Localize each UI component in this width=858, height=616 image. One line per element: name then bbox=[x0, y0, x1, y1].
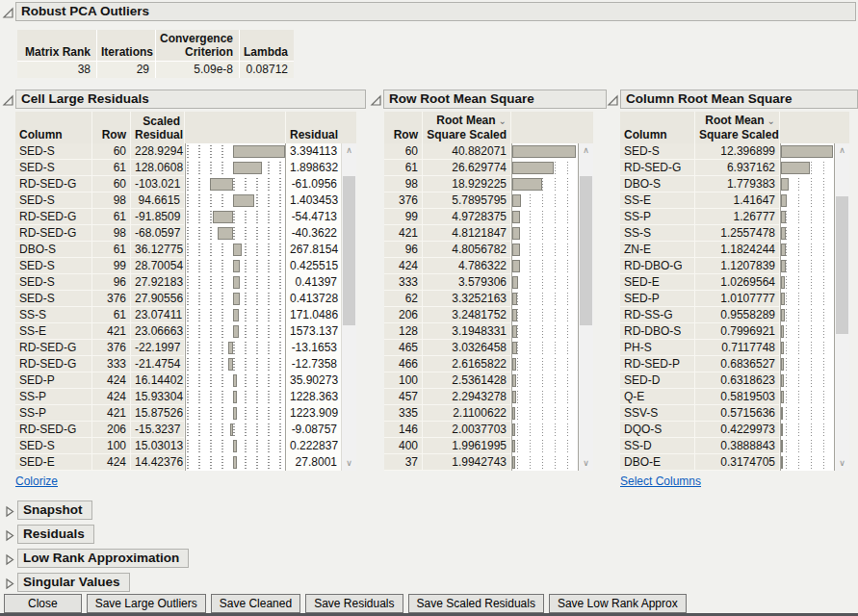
save-scaled-residuals-button[interactable]: Save Scaled Residuals bbox=[408, 594, 544, 613]
table-row[interactable]: SS-S6123.07411171.0486 bbox=[15, 307, 356, 323]
table-row[interactable]: SED-D0.6318623 bbox=[620, 372, 849, 389]
disclosure-open-icon[interactable] bbox=[370, 93, 382, 106]
table-row[interactable]: RD-SED-G6.937162 bbox=[620, 160, 849, 176]
select-columns-link[interactable]: Select Columns bbox=[620, 475, 701, 488]
scrollbar-thumb[interactable] bbox=[343, 176, 355, 325]
table-row[interactable]: SED-S60228.92943.394113 bbox=[15, 143, 356, 160]
table-row[interactable]: 3765.7895795 bbox=[384, 192, 593, 209]
scroll-down-icon[interactable]: ∨ bbox=[835, 456, 849, 471]
save-residuals-button[interactable]: Save Residuals bbox=[305, 594, 403, 613]
column-header-residual[interactable]: Residual bbox=[286, 112, 342, 143]
table-row[interactable]: RD-DBO-G1.1207839 bbox=[620, 258, 849, 274]
table-row[interactable]: SED-S10015.030130.222837 bbox=[15, 438, 356, 454]
table-row[interactable]: SS-P42415.933041228.363 bbox=[15, 389, 356, 405]
table-row[interactable]: SED-S9894.66151.403453 bbox=[15, 192, 356, 209]
panel-rowrms-title[interactable]: Row Root Mean Square bbox=[383, 90, 607, 109]
scroll-down-icon[interactable]: ∨ bbox=[342, 456, 356, 471]
section-snapshot-title[interactable]: Snapshot bbox=[17, 500, 92, 520]
save-low-rank-approx-button[interactable]: Save Low Rank Approx bbox=[549, 594, 687, 613]
save-cleaned-button[interactable]: Save Cleaned bbox=[211, 594, 300, 613]
sort-descending-icon[interactable]: ⌄ bbox=[767, 116, 775, 126]
table-row[interactable]: SS-E42123.066631573.137 bbox=[15, 323, 356, 340]
table-row[interactable]: 4572.2943278 bbox=[384, 389, 593, 405]
table-row[interactable]: RD-DBO-S0.7996921 bbox=[620, 323, 849, 340]
table-row[interactable]: 4001.9961995 bbox=[384, 438, 593, 454]
scroll-up-icon[interactable]: ∧ bbox=[342, 143, 356, 158]
table-row[interactable]: 4662.6165822 bbox=[384, 356, 593, 372]
table-row[interactable]: ZN-E1.1824244 bbox=[620, 242, 849, 258]
column-header-scaled-residual[interactable]: ScaledResidual bbox=[131, 112, 185, 143]
disclosure-closed-icon[interactable] bbox=[4, 552, 16, 565]
table-row[interactable]: 4653.0326458 bbox=[384, 340, 593, 356]
scroll-down-icon[interactable]: ∨ bbox=[579, 456, 593, 471]
table-row[interactable]: RD-SED-G376-22.1997-13.1653 bbox=[15, 340, 356, 356]
table-row[interactable]: RD-SED-G98-68.0597-40.3622 bbox=[15, 225, 356, 242]
section-singular-values-title[interactable]: Singular Values bbox=[17, 573, 130, 592]
table-row[interactable]: RD-SS-G0.9558289 bbox=[620, 307, 849, 323]
column-header-row[interactable]: Row bbox=[384, 112, 423, 143]
scrollbar-thumb[interactable] bbox=[580, 176, 592, 325]
table-row[interactable]: 964.8056782 bbox=[384, 242, 593, 258]
table-row[interactable]: RD-SED-G60-103.021-61.0956 bbox=[15, 176, 356, 192]
table-row[interactable]: DBO-S6136.12775267.8154 bbox=[15, 242, 356, 258]
table-row[interactable]: DBO-S1.779383 bbox=[620, 176, 849, 192]
table-row[interactable]: SED-S9627.921830.41397 bbox=[15, 274, 356, 291]
table-row[interactable]: SS-E1.41647 bbox=[620, 192, 849, 209]
section-residuals-title[interactable]: Residuals bbox=[17, 525, 94, 544]
table-row[interactable]: 994.9728375 bbox=[384, 209, 593, 225]
table-row[interactable]: RD-SED-P0.6836527 bbox=[620, 356, 849, 372]
table-row[interactable]: 3352.1100622 bbox=[384, 405, 593, 422]
table-row[interactable]: SED-S12.396899 bbox=[620, 143, 849, 160]
table-row[interactable]: SS-P42115.875261223.909 bbox=[15, 405, 356, 422]
vertical-scrollbar[interactable]: ∧ ∨ bbox=[342, 143, 356, 471]
table-row[interactable]: RD-SED-G61-91.8509-54.4713 bbox=[15, 209, 356, 225]
save-large-outliers-button[interactable]: Save Large Outliers bbox=[87, 594, 206, 613]
scroll-up-icon[interactable]: ∧ bbox=[835, 143, 849, 158]
table-row[interactable]: 4244.786322 bbox=[384, 258, 593, 274]
vertical-scrollbar[interactable]: ∧ ∨ bbox=[835, 143, 849, 471]
table-row[interactable]: 2063.2481752 bbox=[384, 307, 593, 323]
table-row[interactable]: SED-P42416.1440235.90273 bbox=[15, 372, 356, 389]
disclosure-open-icon[interactable] bbox=[2, 6, 14, 18]
close-button[interactable]: Close bbox=[4, 594, 82, 613]
table-row[interactable]: SED-S61128.06081.898632 bbox=[15, 160, 356, 176]
table-row[interactable]: 371.9942743 bbox=[384, 454, 593, 471]
disclosure-closed-icon[interactable] bbox=[4, 528, 16, 541]
section-low-rank-approximation-title[interactable]: Low Rank Approximation bbox=[17, 549, 189, 568]
disclosure-closed-icon[interactable] bbox=[4, 504, 16, 517]
column-header-rms-scaled[interactable]: Root Mean⌄ Square Scaled bbox=[695, 112, 780, 143]
colorize-link[interactable]: Colorize bbox=[15, 475, 58, 488]
disclosure-open-icon[interactable] bbox=[607, 93, 619, 106]
table-row[interactable]: 1002.5361428 bbox=[384, 372, 593, 389]
table-row[interactable]: RD-SED-G206-15.3237-9.08757 bbox=[15, 422, 356, 438]
table-row[interactable]: SS-D0.3888843 bbox=[620, 438, 849, 454]
scroll-up-icon[interactable]: ∧ bbox=[579, 143, 593, 158]
table-row[interactable]: 9818.929225 bbox=[384, 176, 593, 192]
table-row[interactable]: PH-S0.7117748 bbox=[620, 340, 849, 356]
disclosure-closed-icon[interactable] bbox=[4, 577, 16, 589]
column-header-column[interactable]: Column bbox=[620, 112, 695, 143]
table-row[interactable]: 1283.1948331 bbox=[384, 323, 593, 340]
table-row[interactable]: 3333.579306 bbox=[384, 274, 593, 291]
disclosure-open-icon[interactable] bbox=[2, 93, 14, 106]
table-row[interactable]: DQO-S0.4229973 bbox=[620, 422, 849, 438]
column-header-rms-scaled[interactable]: Root Mean⌄ Square Scaled bbox=[423, 112, 511, 143]
table-row[interactable]: SS-S1.2557478 bbox=[620, 225, 849, 242]
report-title[interactable]: Robust PCA Outliers bbox=[15, 2, 856, 21]
scrollbar-track[interactable] bbox=[579, 158, 593, 456]
sort-descending-icon[interactable]: ⌄ bbox=[499, 116, 507, 126]
column-header-row[interactable]: Row bbox=[92, 112, 131, 143]
table-row[interactable]: RD-SED-G333-21.4754-12.7358 bbox=[15, 356, 356, 372]
table-row[interactable]: SED-S9928.700540.425515 bbox=[15, 258, 356, 274]
table-row[interactable]: 6040.882071 bbox=[384, 143, 593, 160]
table-row[interactable]: SED-S37627.905560.413728 bbox=[15, 291, 356, 307]
table-row[interactable]: SED-P1.0107777 bbox=[620, 291, 849, 307]
scrollbar-thumb[interactable] bbox=[836, 196, 848, 334]
vertical-scrollbar[interactable]: ∧ ∨ bbox=[579, 143, 593, 471]
table-row[interactable]: 4214.8121847 bbox=[384, 225, 593, 242]
table-row[interactable]: SS-P1.26777 bbox=[620, 209, 849, 225]
scrollbar-track[interactable] bbox=[835, 158, 849, 456]
table-row[interactable]: 623.3252163 bbox=[384, 291, 593, 307]
table-row[interactable]: 6126.629774 bbox=[384, 160, 593, 176]
table-row[interactable]: DBO-E0.3174705 bbox=[620, 454, 849, 471]
